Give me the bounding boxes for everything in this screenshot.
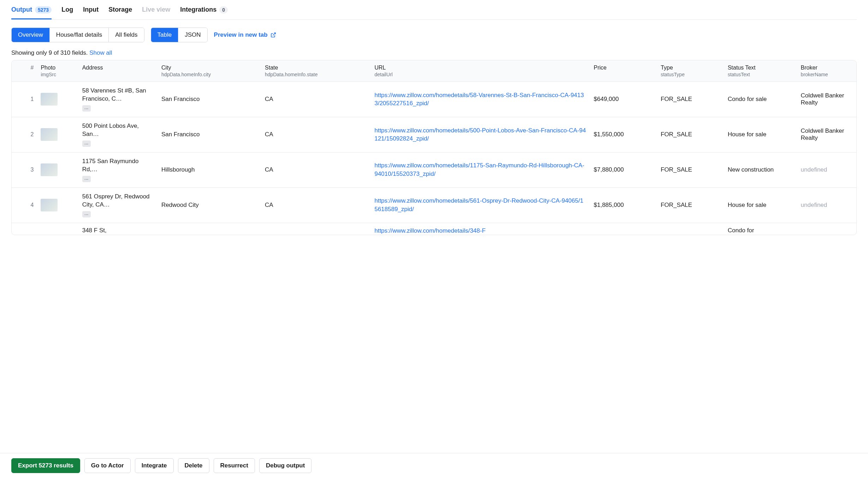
preview-link[interactable]: Preview in new tab [214,31,276,38]
cell-state: CA [261,82,371,117]
fields-count-text: Showing only 9 of 310 fields. [11,49,88,56]
table-row[interactable]: 3 1175 San Raymundo Rd,… ··· Hillsboroug… [12,152,856,187]
view-overview-button[interactable]: Overview [12,28,50,42]
cell-photo [37,187,78,223]
cell-state [261,223,371,235]
cell-photo [37,223,78,235]
thumbnail-image [41,93,58,106]
tab-output[interactable]: Output 5273 [11,0,52,19]
address-text: 500 Point Lobos Ave, San… [82,122,154,138]
tab-input[interactable]: Input [83,0,99,19]
tab-badge: 5273 [35,6,52,13]
tab-integrations[interactable]: Integrations 0 [180,0,228,19]
url-link[interactable]: https://www.zillow.com/homedetails/561-O… [374,197,583,213]
table-row[interactable]: 4 561 Osprey Dr, Redwood City, CA… ··· R… [12,187,856,223]
thumbnail-image [41,199,58,211]
tab-badge: 0 [219,6,228,13]
cell-address: 348 F St, [79,223,158,235]
cell-photo [37,117,78,152]
col-state[interactable]: State hdpData.homeInfo.state [261,60,371,82]
table-row[interactable]: 348 F St, https://www.zillow.com/homedet… [12,223,856,235]
cell-status: Condo for sale [724,82,797,117]
cell-url: https://www.zillow.com/homedetails/58-Va… [371,82,590,117]
tab-storage[interactable]: Storage [108,0,132,19]
cell-url: https://www.zillow.com/homedetails/500-P… [371,117,590,152]
tab-log[interactable]: Log [61,0,73,19]
col-city[interactable]: City hdpData.homeInfo.city [158,60,261,82]
col-broker[interactable]: Broker brokerName [797,60,856,82]
view-mode-group: Overview House/flat details All fields [11,28,144,42]
cell-type: FOR_SALE [657,152,724,187]
cell-price: $1,550,000 [590,117,657,152]
more-icon[interactable]: ··· [82,176,91,182]
view-house-details-button[interactable]: House/flat details [50,28,109,42]
more-icon[interactable]: ··· [82,141,91,147]
url-link[interactable]: https://www.zillow.com/homedetails/500-P… [374,127,586,142]
tab-label: Storage [108,6,132,13]
preview-label: Preview in new tab [214,31,268,38]
more-icon[interactable]: ··· [82,211,91,217]
tab-label: Log [61,6,73,13]
format-table-button[interactable]: Table [151,28,179,42]
cell-type: FOR_SALE [657,117,724,152]
url-link[interactable]: https://www.zillow.com/homedetails/1175-… [374,162,584,177]
view-all-fields-button[interactable]: All fields [109,28,144,42]
cell-index [12,223,37,235]
cell-status: Condo for [724,223,797,235]
tab-label: Input [83,6,99,13]
external-link-icon [270,32,276,38]
url-link[interactable]: https://www.zillow.com/homedetails/58-Va… [374,92,584,107]
cell-status: House for sale [724,187,797,223]
tab-label: Output [11,6,32,13]
url-link[interactable]: https://www.zillow.com/homedetails/348-F [374,227,486,234]
col-status[interactable]: Status Text statusText [724,60,797,82]
results-table-wrap: # Photo imgSrc Address City hdpData.home… [11,60,857,235]
col-photo[interactable]: Photo imgSrc [37,60,78,82]
cell-status: New construction [724,152,797,187]
cell-index: 4 [12,187,37,223]
address-text: 348 F St, [82,227,154,235]
table-row[interactable]: 1 58 Varennes St #B, San Francisco, C… ·… [12,82,856,117]
tab-label: Live view [142,6,170,13]
cell-state: CA [261,152,371,187]
svg-line-0 [273,33,275,35]
cell-type: FOR_SALE [657,82,724,117]
controls-row: Overview House/flat details All fields T… [11,28,857,42]
thumbnail-image [41,128,58,141]
cell-price: $1,885,000 [590,187,657,223]
cell-state: CA [261,187,371,223]
col-address[interactable]: Address [79,60,158,82]
cell-address: 1175 San Raymundo Rd,… ··· [79,152,158,187]
cell-broker: undefined [797,152,856,187]
table-row[interactable]: 2 500 Point Lobos Ave, San… ··· San Fran… [12,117,856,152]
col-index[interactable]: # [12,60,37,82]
cell-broker [797,223,856,235]
format-json-button[interactable]: JSON [178,28,207,42]
cell-type [657,223,724,235]
show-all-link[interactable]: Show all [89,49,112,56]
cell-photo [37,82,78,117]
thumbnail-image [41,163,58,176]
format-mode-group: Table JSON [151,28,208,42]
cell-city: Hillsborough [158,152,261,187]
cell-broker: Coldwell Banker Realty [797,117,856,152]
cell-price: $649,000 [590,82,657,117]
col-url[interactable]: URL detailUrl [371,60,590,82]
cell-type: FOR_SALE [657,187,724,223]
cell-broker: undefined [797,187,856,223]
results-table: # Photo imgSrc Address City hdpData.home… [12,60,856,235]
cell-city [158,223,261,235]
cell-address: 561 Osprey Dr, Redwood City, CA… ··· [79,187,158,223]
cell-price [590,223,657,235]
cell-url: https://www.zillow.com/homedetails/348-F [371,223,590,235]
cell-city: Redwood City [158,187,261,223]
cell-city: San Francisco [158,117,261,152]
cell-photo [37,152,78,187]
cell-state: CA [261,117,371,152]
more-icon[interactable]: ··· [82,105,91,112]
cell-url: https://www.zillow.com/homedetails/1175-… [371,152,590,187]
cell-status: House for sale [724,117,797,152]
col-price[interactable]: Price [590,60,657,82]
col-type[interactable]: Type statusType [657,60,724,82]
cell-url: https://www.zillow.com/homedetails/561-O… [371,187,590,223]
